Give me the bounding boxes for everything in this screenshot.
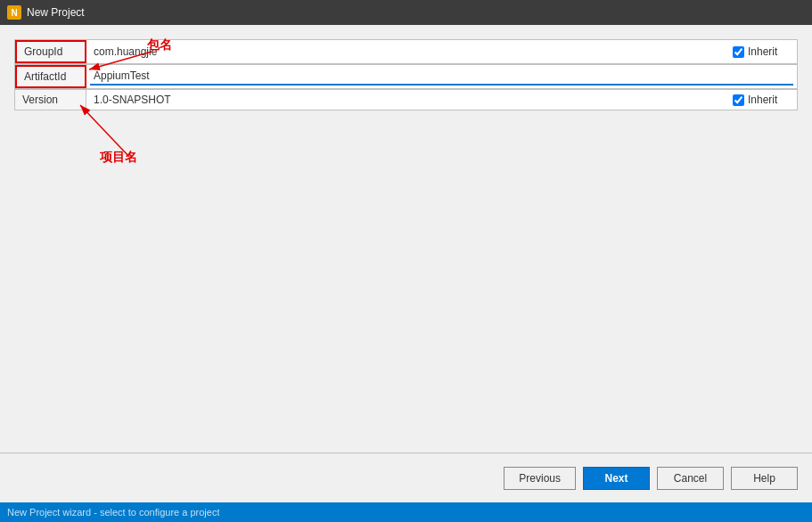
annotation-project-name: 项目名 bbox=[100, 150, 137, 166]
dialog-container: GroupId Inherit ArtifactId bbox=[0, 25, 812, 522]
groupid-row: GroupId Inherit bbox=[15, 40, 797, 64]
groupid-input[interactable] bbox=[90, 44, 722, 60]
previous-button[interactable]: Previous bbox=[504, 467, 576, 490]
version-inherit-cell: Inherit bbox=[726, 90, 797, 110]
form-container: GroupId Inherit ArtifactId bbox=[14, 39, 798, 110]
groupid-inherit-cell: Inherit bbox=[726, 40, 797, 63]
artifactid-row: ArtifactId bbox=[15, 64, 797, 89]
version-label: Version bbox=[15, 90, 86, 110]
next-button[interactable]: Next bbox=[583, 467, 650, 490]
main-content: GroupId Inherit ArtifactId bbox=[0, 25, 812, 453]
help-button[interactable]: Help bbox=[731, 467, 798, 490]
artifactid-input-cell bbox=[86, 65, 797, 88]
groupid-label: GroupId bbox=[15, 40, 86, 63]
version-input-cell bbox=[86, 90, 726, 110]
artifactid-input[interactable] bbox=[90, 68, 793, 86]
groupid-input-cell bbox=[86, 40, 726, 63]
artifactid-label: ArtifactId bbox=[15, 65, 86, 88]
svg-line-1 bbox=[80, 105, 129, 157]
app-icon: N bbox=[7, 5, 21, 20]
bottom-bar: Previous Next Cancel Help bbox=[0, 453, 812, 502]
status-bar: New Project wizard - select to configure… bbox=[0, 502, 812, 522]
version-inherit-checkbox[interactable] bbox=[733, 94, 744, 106]
version-row: Version Inherit bbox=[15, 89, 797, 110]
groupid-inherit-checkbox[interactable] bbox=[733, 46, 744, 58]
cancel-button[interactable]: Cancel bbox=[657, 467, 724, 490]
dialog-title: New Project bbox=[27, 6, 85, 19]
title-bar: N New Project bbox=[0, 0, 812, 25]
version-input[interactable] bbox=[90, 92, 722, 108]
status-text: New Project wizard - select to configure… bbox=[7, 507, 219, 518]
